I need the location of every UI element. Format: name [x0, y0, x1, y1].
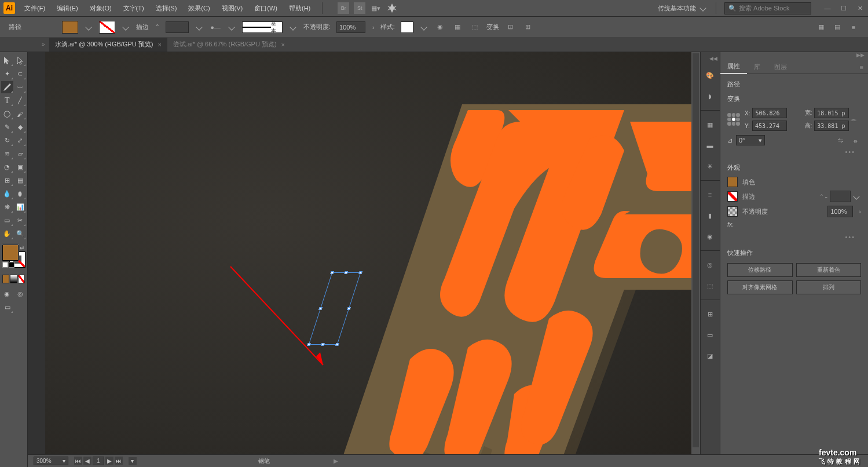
canvas-area[interactable]	[45, 52, 691, 467]
draw-mode-normal[interactable]: ◉	[1, 288, 13, 300]
collapse-dock-icon[interactable]: ◀◀	[703, 56, 717, 61]
symbol-sprayer-tool[interactable]: ❋	[1, 201, 13, 213]
opacity-value-input[interactable]: 100%	[827, 206, 853, 217]
none-mode-swatch[interactable]	[18, 275, 25, 283]
menu-help[interactable]: 帮助(H)	[287, 3, 313, 14]
screen-mode-icon[interactable]: ▭	[1, 301, 13, 313]
isolate-icon[interactable]: ⊡	[505, 21, 517, 33]
tab-close-icon[interactable]: ×	[281, 41, 285, 48]
stepper-icon[interactable]: ⌃⌄	[819, 194, 829, 199]
align-panel-icon[interactable]: ⊞	[703, 307, 717, 321]
arrange-button[interactable]: 排列	[796, 280, 862, 294]
color-panel-icon[interactable]: 🎨	[703, 68, 717, 82]
panel-icon[interactable]: ▤	[832, 21, 843, 33]
zoom-level-input[interactable]: 300%▾	[34, 457, 68, 465]
opacity-swatch[interactable]	[727, 206, 738, 217]
gradient-tool[interactable]: ▤	[14, 174, 27, 187]
menu-view[interactable]: 视图(V)	[219, 3, 246, 14]
arrange-docs-icon[interactable]: ▦▾	[370, 2, 382, 14]
lasso-tool[interactable]: ⊂	[14, 68, 27, 80]
chevron-down-icon[interactable]	[290, 24, 296, 30]
magic-wand-tool[interactable]: ✦	[1, 68, 13, 80]
y-input[interactable]	[752, 121, 787, 131]
collapse-panel-icon[interactable]: ▶▶	[856, 52, 865, 60]
stepper-down-icon[interactable]: ⌃	[155, 23, 160, 31]
offset-path-button[interactable]: 位移路径	[727, 263, 793, 277]
opacity-arrow-icon[interactable]: ›	[859, 208, 861, 215]
stroke-color-swatch[interactable]	[727, 191, 738, 202]
paintbrush-tool[interactable]: 🖌	[14, 108, 27, 120]
bridge-icon[interactable]: Br	[338, 2, 349, 14]
tab-layers[interactable]: 图层	[767, 60, 794, 74]
gpu-icon[interactable]	[386, 2, 398, 14]
menu-object[interactable]: 对象(O)	[87, 3, 114, 14]
chevron-down-icon[interactable]	[196, 24, 202, 30]
menu-edit[interactable]: 编辑(E)	[54, 3, 80, 14]
width-tool[interactable]: ≋	[1, 148, 13, 160]
align-pixel-button[interactable]: 对齐像素网格	[727, 280, 793, 294]
color-guide-icon[interactable]: ◗	[703, 89, 717, 103]
vertical-scrollbar[interactable]	[691, 52, 700, 467]
swatches-panel-icon[interactable]: ▦	[703, 118, 717, 132]
shape-builder-tool[interactable]: ◔	[1, 161, 13, 173]
flip-vertical-icon[interactable]: ⏛	[849, 134, 861, 146]
x-input[interactable]	[752, 108, 787, 118]
chevron-down-icon[interactable]	[853, 193, 859, 199]
flip-horizontal-icon[interactable]: ⇋	[834, 134, 846, 146]
stroke-label[interactable]: 描边	[136, 23, 149, 31]
graph-tool[interactable]: 📊	[14, 201, 27, 213]
more-options-icon[interactable]: •••	[727, 231, 861, 243]
graphic-style-swatch[interactable]	[401, 21, 413, 33]
chevron-down-icon[interactable]	[420, 24, 427, 30]
close-icon[interactable]: ✕	[855, 3, 865, 13]
artboard-number-input[interactable]: 1	[93, 457, 104, 465]
appearance-panel-icon[interactable]: ◎	[703, 258, 717, 272]
curvature-tool[interactable]: 〰	[14, 81, 27, 93]
first-artboard-icon[interactable]: ⏮	[74, 457, 82, 465]
prev-artboard-icon[interactable]: ◀	[83, 457, 91, 465]
pen-tool[interactable]	[1, 81, 13, 93]
hand-tool[interactable]: ✋	[1, 228, 13, 240]
gradient-mode-swatch[interactable]	[10, 275, 17, 283]
menu-effect[interactable]: 效果(C)	[186, 3, 212, 14]
document-tab-active[interactable]: 水滴.ai* @ 300% (RGB/GPU 预览) ×	[49, 38, 167, 52]
gradient-panel-icon[interactable]: ▮	[703, 209, 717, 222]
maximize-icon[interactable]: ☐	[839, 3, 848, 13]
fill-color-swatch[interactable]	[727, 177, 738, 187]
scale-tool[interactable]: ⤢	[14, 134, 27, 147]
last-artboard-icon[interactable]: ⏭	[115, 457, 123, 465]
panel-menu-icon[interactable]: ≡	[855, 61, 868, 73]
draw-mode-behind[interactable]: ◎	[14, 288, 27, 300]
direct-selection-tool[interactable]	[14, 54, 27, 67]
height-input[interactable]	[814, 121, 849, 131]
status-menu-icon[interactable]: ▶	[334, 458, 338, 464]
color-mode-swatch[interactable]	[2, 275, 9, 283]
shape-icon[interactable]: ⬚	[469, 21, 481, 33]
blend-tool[interactable]: ⬮	[14, 188, 27, 200]
mesh-tool[interactable]: ⊞	[1, 174, 13, 187]
minimize-icon[interactable]: —	[823, 3, 832, 13]
panel-menu-icon[interactable]: ≡	[848, 21, 859, 33]
opacity-label[interactable]: 不透明度:	[303, 23, 331, 31]
document-tab[interactable]: 尝试.ai* @ 66.67% (RGB/GPU 预览) ×	[167, 38, 291, 52]
workspace-switcher[interactable]: 传统基本功能	[658, 4, 708, 13]
brushes-panel-icon[interactable]: ▬	[703, 138, 717, 152]
selection-tool[interactable]	[1, 54, 13, 67]
type-tool[interactable]: T	[1, 94, 13, 107]
perspective-tool[interactable]: ▣	[14, 161, 27, 173]
variable-width-icon[interactable]: ●—	[210, 21, 221, 33]
graphic-styles-icon[interactable]: ⬚	[703, 279, 717, 293]
rotate-tool[interactable]: ↻	[1, 134, 13, 147]
tab-properties[interactable]: 属性	[720, 60, 747, 74]
align-icon[interactable]: ▦	[452, 21, 463, 33]
brush-definition[interactable]: 基本	[242, 21, 283, 33]
recolor-icon[interactable]: ◉	[434, 21, 446, 33]
ellipse-tool[interactable]: ◯	[1, 108, 13, 120]
opacity-input[interactable]: 100%	[336, 21, 365, 33]
eraser-tool[interactable]: ◆	[14, 121, 27, 133]
chevron-down-icon[interactable]	[85, 24, 91, 30]
reference-point-selector[interactable]	[727, 113, 740, 126]
search-input[interactable]: 🔍 搜索 Adobe Stock	[724, 2, 811, 14]
symbols-panel-icon[interactable]: ☀	[703, 159, 717, 173]
recolor-button[interactable]: 重新着色	[796, 263, 862, 277]
